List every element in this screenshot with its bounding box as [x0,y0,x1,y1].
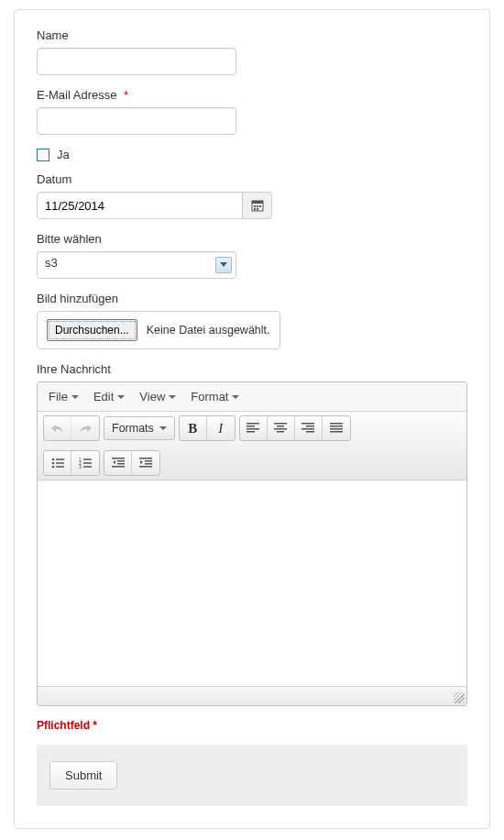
svg-rect-26 [56,462,64,464]
svg-rect-12 [277,426,284,427]
menu-edit-label: Edit [93,390,114,403]
svg-rect-18 [306,431,314,433]
resize-grip[interactable] [454,692,465,703]
required-asterisk: * [124,88,128,102]
align-center-icon [273,422,288,435]
caret-icon [159,426,167,430]
caret-icon [169,395,176,399]
formats-button[interactable]: Formats [104,416,175,440]
svg-rect-21 [330,428,343,430]
svg-rect-13 [274,428,287,430]
menu-format[interactable]: Format [185,386,245,407]
toolbar-break [43,445,461,447]
svg-rect-11 [274,423,287,425]
calendar-icon [251,199,264,212]
bullet-list-icon [50,457,65,470]
indent-group [104,450,160,476]
svg-rect-14 [277,431,284,433]
svg-rect-32 [83,462,92,464]
bullet-list-button[interactable] [44,451,71,475]
align-center-button[interactable] [268,416,295,440]
svg-rect-36 [117,460,125,462]
svg-rect-6 [257,208,258,210]
ja-checkbox[interactable] [37,149,49,161]
email-input[interactable] [37,107,236,135]
svg-rect-40 [145,460,152,462]
indent-icon [138,457,153,470]
menu-view[interactable]: View [134,386,181,407]
svg-point-23 [51,459,54,461]
align-justify-button[interactable] [323,416,350,440]
menu-format-label: Format [191,390,228,403]
email-label-text: E-Mail Adresse [37,88,116,102]
file-status: Keine Datei ausgewählt. [147,324,270,337]
file-browse-button[interactable]: Durchsuchen... [47,319,137,341]
email-label: E-Mail Adresse * [37,88,467,102]
svg-rect-35 [112,458,125,459]
bold-button[interactable]: B [180,416,207,440]
align-left-button[interactable] [240,416,268,440]
svg-rect-10 [247,431,255,433]
italic-icon: I [218,421,223,437]
ja-field: Ja [37,148,467,161]
align-right-button[interactable] [295,416,323,440]
align-group [239,415,351,441]
svg-rect-3 [257,205,258,207]
indent-button[interactable] [132,451,159,475]
datum-label: Datum [37,172,467,186]
svg-rect-4 [259,205,261,207]
svg-rect-9 [247,428,259,430]
select-wrap: s3 [37,251,236,279]
svg-point-25 [51,462,54,465]
datum-row [37,192,467,219]
redo-icon [78,422,93,435]
datum-field: Datum [37,172,467,219]
submit-button[interactable]: Submit [49,761,117,790]
svg-rect-24 [56,459,64,460]
number-list-icon: 123 [78,457,93,470]
svg-rect-28 [56,466,64,468]
caret-icon [117,395,125,399]
number-list-button[interactable]: 123 [71,451,99,475]
align-left-icon [246,422,260,435]
calendar-button[interactable] [243,192,272,219]
menu-file-label: File [49,390,68,403]
editor-statusbar [38,687,466,705]
menu-edit[interactable]: Edit [88,386,130,407]
outdent-button[interactable] [104,451,132,475]
svg-rect-20 [330,426,343,427]
svg-rect-22 [330,431,343,433]
svg-rect-39 [139,458,152,459]
svg-rect-8 [247,426,255,427]
name-input[interactable] [37,48,236,75]
file-label: Bild hinzufügen [37,292,467,305]
bold-icon: B [188,421,197,437]
svg-rect-16 [306,426,314,427]
menu-file[interactable]: File [43,386,84,407]
svg-rect-37 [117,463,125,465]
message-label: Ihre Nachricht [37,362,467,376]
svg-text:3: 3 [79,464,82,470]
svg-rect-15 [301,423,314,425]
file-box: Durchsuchen... Keine Datei ausgewählt. [37,311,280,349]
undo-button[interactable] [44,416,71,440]
svg-rect-38 [112,466,125,468]
caret-icon [232,395,239,399]
name-label: Name [37,28,467,42]
select-label: Bitte wählen [37,232,467,246]
file-field: Bild hinzufügen Durchsuchen... Keine Dat… [37,292,467,349]
select-input[interactable]: s3 [37,251,236,279]
italic-button[interactable]: I [207,416,235,440]
redo-button[interactable] [71,416,99,440]
svg-rect-5 [254,208,256,210]
svg-rect-2 [254,205,256,207]
editor-content[interactable] [38,481,466,687]
menu-view-label: View [139,390,165,403]
svg-rect-7 [247,423,259,425]
required-notice: Pflichtfeld * [37,719,467,732]
caret-icon [71,395,79,399]
ja-label: Ja [57,148,70,161]
datum-input[interactable] [37,192,243,219]
svg-rect-17 [301,428,314,430]
outdent-icon [111,457,126,470]
